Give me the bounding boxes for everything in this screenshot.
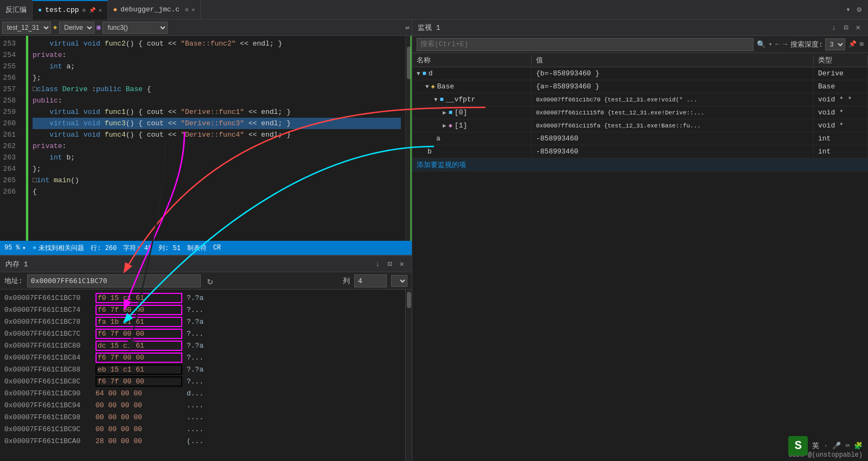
expand-1[interactable]: ▶ — [443, 122, 446, 129]
watch-row-a: a -858993460 int — [412, 132, 868, 145]
row-item: 行: 260 — [91, 244, 117, 253]
tab-debugger-x[interactable]: ✕ — [192, 7, 195, 13]
func-select[interactable]: func3() — [103, 22, 168, 34]
zoom-item: 95 % ▾ — [4, 244, 26, 252]
search-dropdown-icon[interactable]: ▾ — [769, 41, 773, 48]
mem-chars-7: ?... — [187, 377, 203, 386]
watch-table: 名称 值 类型 ▼ ■ d {b=-858993460 } Derive ▼ — [412, 53, 868, 257]
memory-pin-icon[interactable]: ↓ — [373, 259, 382, 270]
watch-cell-a-name: a — [412, 132, 532, 145]
mem-bytes-9: 00 00 00 00 — [95, 401, 182, 409]
settings-icon[interactable]: ⚙ — [855, 4, 864, 15]
code-line-255: int a; — [33, 61, 401, 72]
memory-scrollbar[interactable] — [405, 290, 412, 461]
char-item: 字符: 48 — [123, 244, 152, 253]
back-icon[interactable]: ← — [775, 40, 780, 48]
expand-0[interactable]: ▶ — [443, 109, 446, 116]
watch-dock-icon[interactable]: ⊡ — [841, 22, 850, 33]
memory-row-10: 0x00007FF661C1BC9800 00 00 00.... — [0, 411, 405, 423]
watch-row-1: ▶ ◆ [1] 0x00007ff661c115fa {test_12_31.e… — [412, 119, 868, 132]
code-area: test_12_31 ◈ Derive ▣ func3() ⇌ 253 254 … — [0, 20, 412, 255]
watch-cell-b-type: int — [814, 145, 868, 158]
pin-icon[interactable]: 📌 — [89, 7, 95, 14]
tab-disasm-label: 反汇编 — [5, 5, 27, 15]
watch-search-input[interactable] — [417, 38, 754, 51]
status-bar: 95 % ▾ ● 未找到相关问题 行: 260 字符: 48 列: 51 制表符 — [0, 241, 412, 255]
grid-icon[interactable]: ⊞ — [860, 40, 864, 48]
code-right-indicator — [410, 36, 412, 241]
memory-scrollbar-thumb[interactable] — [407, 292, 411, 308]
split-icon[interactable]: ⇌ — [405, 23, 410, 32]
memory-close-icon[interactable]: ✕ — [398, 258, 406, 270]
code-toolbar: test_12_31 ◈ Derive ▣ func3() ⇌ — [0, 20, 412, 36]
depth-select[interactable]: 3 — [825, 39, 845, 50]
code-lines[interactable]: virtual void func2() { cout << "Base::fu… — [28, 36, 405, 241]
dropdown-icon[interactable]: ▾ — [844, 4, 852, 15]
derive-icon: ◈ — [53, 23, 57, 31]
mem-chars-12: (... — [187, 437, 203, 445]
class-select[interactable]: Derive — [59, 22, 94, 34]
watch-row-d: ▼ ■ d {b=-858993460 } Derive — [412, 67, 868, 80]
tab-test-cpp[interactable]: ● test.cpp ⊘ 📌 ✕ — [33, 0, 108, 20]
tab-test-cpp-label: test.cpp — [45, 6, 79, 14]
dot-sep: · — [824, 442, 828, 450]
line-num-254: 254 — [0, 49, 20, 61]
memory-dock-icon[interactable]: ⊡ — [385, 258, 394, 270]
address-label: 地址: — [4, 276, 23, 286]
tab-debugger[interactable]: ◆ debugger_jmc.c ⊘ ✕ — [108, 0, 201, 20]
mem-addr-4: 0x00007FF661C1BC80 — [4, 342, 91, 350]
col-header-type: 类型 — [814, 55, 868, 65]
search-icon[interactable]: 🔍 — [757, 40, 765, 49]
watch-cell-a-val: -858993460 — [532, 132, 814, 145]
watch-cell-vfptr-val: 0x00007ff661c1bc70 {test_12_31.exe!void(… — [532, 93, 814, 106]
memory-panel: 内存 1 ↓ ⊡ ✕ 地址: ↻ 列 ▾ 0x00007FF661C1BC70f… — [0, 255, 412, 461]
memory-row-12: 0x00007FF661C1BCA028 00 00 00(... — [0, 435, 405, 447]
var-icon-1: ◆ — [449, 121, 452, 130]
tab-bar-right: ▾ ⚙ — [844, 4, 868, 15]
expand-d[interactable]: ▼ — [417, 71, 420, 77]
tab-debugger-label: debugger_jmc.c — [120, 5, 180, 14]
col-value: 列: 51 — [158, 244, 181, 253]
expand-vfptr[interactable]: ▼ — [434, 97, 438, 103]
code-line-259: virtual void func1() { cout << "Derive::… — [33, 106, 401, 118]
memory-row-5: 0x00007FF661C1BC84f6 7f 00 00?... — [0, 351, 405, 363]
memory-row-1: 0x00007FF661C1BC74f6 7f 00 00?... — [0, 304, 405, 316]
line-num-257: 257 — [0, 84, 20, 95]
tab-debugger-close[interactable]: ⊘ — [185, 7, 188, 13]
keyboard-icon[interactable]: ⌨ — [845, 441, 850, 450]
file-select[interactable]: test_12_31 — [2, 22, 51, 34]
tab-test-cpp-x[interactable]: ✕ — [99, 7, 102, 14]
watch-cell-1-type: void * — [814, 119, 868, 132]
tab-disasm[interactable]: 反汇编 — [0, 0, 33, 20]
mem-bytes-2: fa 1b c1 61 — [95, 317, 182, 327]
code-scrollbar[interactable] — [405, 36, 412, 241]
col-dropdown[interactable]: ▾ — [391, 275, 407, 287]
col-input[interactable] — [354, 274, 387, 287]
line-num-260: 260 — [0, 118, 20, 129]
refresh-icon[interactable]: ↻ — [207, 275, 213, 287]
add-watch-row[interactable]: 添加要监视的项 — [412, 158, 868, 171]
watch-cell-1-name: ▶ ◆ [1] — [412, 119, 532, 132]
line-num-258: 258 — [0, 95, 20, 106]
forward-icon[interactable]: → — [783, 40, 787, 48]
line-num-262: 262 — [0, 140, 20, 152]
search-depth: 搜索深度: 3 — [790, 39, 845, 50]
code-line-260: virtual void func3() { cout << "Derive::… — [33, 118, 401, 129]
mic-icon[interactable]: 🎤 — [832, 441, 841, 450]
watch-close-icon[interactable]: ✕ — [854, 22, 863, 33]
mem-bytes-8: 64 00 00 00 — [95, 389, 182, 398]
mem-addr-9: 0x00007FF661C1BC94 — [4, 401, 91, 409]
tab-test-cpp-close[interactable]: ⊘ — [82, 7, 86, 14]
status-text: 未找到相关问题 — [39, 244, 84, 253]
puzzle-icon[interactable]: 🧩 — [854, 441, 863, 450]
memory-rows: 0x00007FF661C1BC70f0 15 c1 61?.?a0x00007… — [0, 290, 405, 461]
col-item: 列: 51 — [158, 244, 181, 253]
memory-toolbar: 地址: ↻ 列 ▾ — [0, 272, 412, 290]
search-depth-label: 搜索深度: — [790, 40, 823, 49]
var-icon-0: ■ — [449, 109, 452, 117]
expand-base[interactable]: ▼ — [425, 84, 429, 90]
watch-pin-down-icon[interactable]: ↓ — [829, 22, 838, 33]
memory-row-0: 0x00007FF661C1BC70f0 15 c1 61?.?a — [0, 292, 405, 304]
memory-address-input[interactable] — [27, 274, 201, 287]
pin-watch-icon[interactable]: 📌 — [848, 40, 857, 48]
